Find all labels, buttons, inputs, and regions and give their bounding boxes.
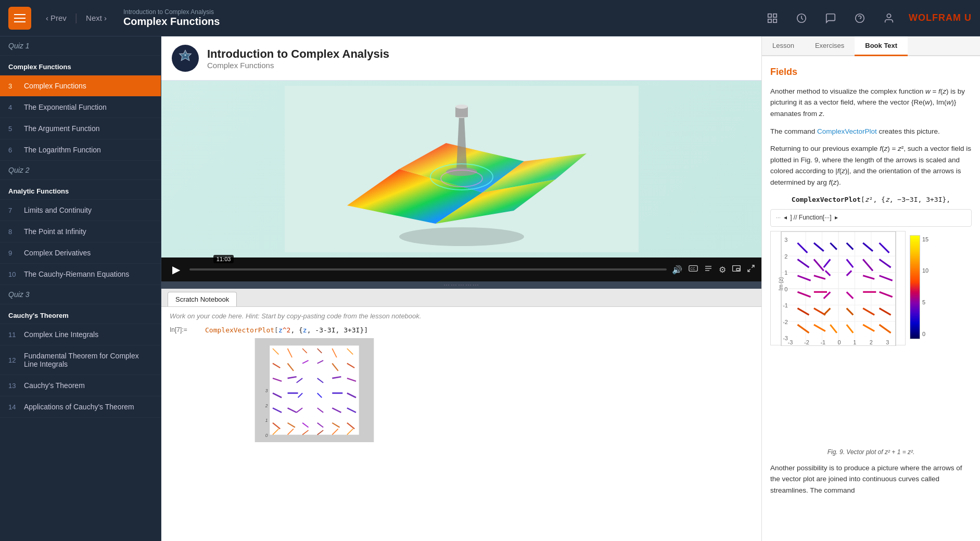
- vplot-svg: 3 2 1 0 -1 -2 -3 -3 -2 -1 0 1 2: [771, 231, 906, 346]
- svg-rect-0: [768, 14, 771, 17]
- right-content: Fields Another method to visualize the c…: [762, 56, 980, 541]
- resize-handle[interactable]: ⋯⋯⋯⋯⋯: [161, 281, 761, 289]
- menu-button[interactable]: [8, 7, 31, 30]
- svg-text:1: 1: [853, 339, 856, 345]
- svg-text:1: 1: [265, 418, 268, 423]
- paragraph-2: The command ComplexVectorPlot creates th…: [770, 126, 972, 137]
- page-title: Complex Functions: [123, 16, 220, 28]
- sidebar-item-4[interactable]: 4 The Exponential Function: [0, 97, 161, 118]
- user-icon[interactable]: [880, 9, 898, 28]
- wolfram-badge: [172, 45, 199, 72]
- video-section: Introduction to Complex Analysis Complex…: [161, 36, 761, 281]
- fig-caption: Fig. 9. Vector plot of z² + 1 = z².: [770, 447, 972, 457]
- svg-text:0: 0: [265, 433, 268, 438]
- chevron-right-icon: ›: [104, 14, 107, 22]
- tab-scratch-notebook[interactable]: Scratch Notebook: [168, 292, 237, 306]
- paragraph-1: Another method to visualize the complex …: [770, 86, 972, 120]
- nav-divider: |: [75, 12, 78, 24]
- content-area: Introduction to Complex Analysis Complex…: [161, 36, 761, 541]
- fullscreen-button[interactable]: [747, 264, 755, 275]
- volume-button[interactable]: 🔊: [672, 265, 682, 275]
- lesson-title-block: Introduction to Complex Analysis Complex…: [123, 8, 220, 28]
- sidebar-item-5[interactable]: 5 The Argument Function: [0, 118, 161, 139]
- vector-plot-container: 3 2 1 0 -1 -2 -3 -3 -2 -1 0 1 2: [770, 231, 972, 443]
- right-panel: Lesson Exercises Book Text Fields Anothe…: [761, 36, 980, 541]
- sidebar-item-11[interactable]: 11 Complex Line Integrals: [0, 324, 161, 345]
- notebook-cell: In[7]:= ComplexVectorPlot[z^2, {z, -3-3I…: [170, 326, 753, 334]
- video-3d-plot: [285, 86, 639, 252]
- sidebar-item-3[interactable]: 3 Complex Functions: [0, 75, 161, 97]
- help-icon[interactable]: [850, 9, 869, 28]
- svg-rect-30: [736, 268, 740, 270]
- video-visual: [161, 81, 761, 257]
- vector-plot-area: 3 2 1 0 -1 -2 -3 -3 -2 -1 0 1 2: [770, 231, 906, 345]
- progress-bar[interactable]: 11:03: [189, 268, 667, 270]
- svg-point-21: [455, 105, 468, 109]
- svg-text:3: 3: [886, 339, 889, 345]
- sidebar-item-10[interactable]: 10 The Cauchy-Riemann Equations: [0, 264, 161, 285]
- notebook-vector-plot: 3 2 1 0: [205, 338, 424, 442]
- section-heading: Fields: [770, 65, 972, 80]
- top-header: ‹ Prev | Next › Introduction to Complex …: [0, 0, 980, 36]
- sidebar-item-14[interactable]: 14 Applications of Cauchy's Theorem: [0, 396, 161, 418]
- sidebar-section-cauchy: Cauchy's Theorem: [0, 304, 161, 324]
- sidebar-item-9[interactable]: 9 Complex Derivatives: [0, 242, 161, 264]
- svg-point-12: [399, 227, 524, 246]
- svg-rect-2: [768, 19, 771, 22]
- mathematica-cell[interactable]: ··· ◂ ] // Function[···] ▸: [770, 209, 972, 226]
- sidebar-item-8[interactable]: 8 The Point at Infinity: [0, 221, 161, 242]
- sidebar-item-6[interactable]: 6 The Logarithm Function: [0, 139, 161, 161]
- next-button[interactable]: Next ›: [82, 11, 111, 24]
- sidebar-item-quiz2[interactable]: Quiz 2: [0, 161, 161, 180]
- paragraph-last: Another possibility is to produce a pict…: [770, 462, 972, 496]
- settings-button[interactable]: ⚙: [719, 265, 726, 275]
- tab-book-text[interactable]: Book Text: [855, 36, 908, 56]
- svg-text:-1: -1: [820, 339, 825, 345]
- sidebar-item-quiz3[interactable]: Quiz 3: [0, 285, 161, 304]
- svg-rect-3: [773, 19, 777, 22]
- play-button[interactable]: ▶: [168, 261, 184, 278]
- sidebar-item-13[interactable]: 13 Cauchy's Theorem: [0, 375, 161, 396]
- svg-point-5: [856, 14, 864, 22]
- tab-exercises[interactable]: Exercises: [805, 36, 855, 56]
- svg-text:2: 2: [870, 339, 873, 345]
- svg-line-31: [752, 265, 754, 268]
- sidebar-item-quiz1[interactable]: Quiz 1: [0, 36, 161, 56]
- colorbar-container: 15 10 5 0: [910, 231, 920, 443]
- sidebar-item-12[interactable]: 12 Fundamental Theorem for Complex Line …: [0, 345, 161, 375]
- transcript-button[interactable]: [704, 264, 712, 275]
- video-controls: ▶ 11:03 🔊 CC: [161, 257, 761, 281]
- svg-text:-1: -1: [783, 302, 788, 308]
- captions-button[interactable]: CC: [689, 265, 698, 274]
- ctrl-icons: 🔊 CC ⚙: [672, 264, 755, 275]
- time-tooltip: 11:03: [213, 255, 234, 263]
- svg-text:-3: -3: [788, 339, 793, 345]
- notebook-tabs: Scratch Notebook: [161, 289, 761, 307]
- chat-icon[interactable]: [821, 9, 840, 28]
- svg-text:3: 3: [784, 237, 787, 243]
- cell-code: ComplexVectorPlot[z^2, {z, -3-3I, 3+3I}]: [205, 326, 368, 334]
- tab-lesson[interactable]: Lesson: [762, 36, 805, 56]
- tools-icon[interactable]: [763, 9, 782, 28]
- svg-text:CC: CC: [691, 267, 696, 270]
- video-header-bar: Introduction to Complex Analysis Complex…: [161, 36, 761, 81]
- colorbar-gradient: [910, 235, 920, 339]
- colorbar-labels: 15 10 5 0: [922, 235, 928, 339]
- notebook-body: Work on your code here. Hint: Start by c…: [161, 307, 761, 541]
- sidebar-item-7[interactable]: 7 Limits and Continuity: [0, 200, 161, 221]
- svg-rect-1: [773, 14, 777, 17]
- quiz1-label: Quiz 1: [8, 42, 29, 50]
- svg-text:1: 1: [784, 269, 787, 276]
- notebook-section: Scratch Notebook Work on your code here.…: [161, 289, 761, 541]
- svg-point-10: [184, 54, 186, 56]
- video-course-title: Introduction to Complex Analysis: [207, 47, 389, 61]
- history-icon[interactable]: [792, 9, 811, 28]
- notebook-hint: Work on your code here. Hint: Start by c…: [170, 312, 753, 320]
- resize-dots: ⋯⋯⋯⋯⋯: [443, 281, 480, 289]
- svg-text:0: 0: [784, 286, 787, 292]
- complex-vector-plot-link[interactable]: ComplexVectorPlot: [817, 127, 877, 135]
- svg-line-32: [748, 269, 750, 272]
- pip-button[interactable]: [732, 265, 741, 274]
- svg-text:0: 0: [837, 339, 841, 345]
- prev-button[interactable]: ‹ Prev: [42, 11, 71, 24]
